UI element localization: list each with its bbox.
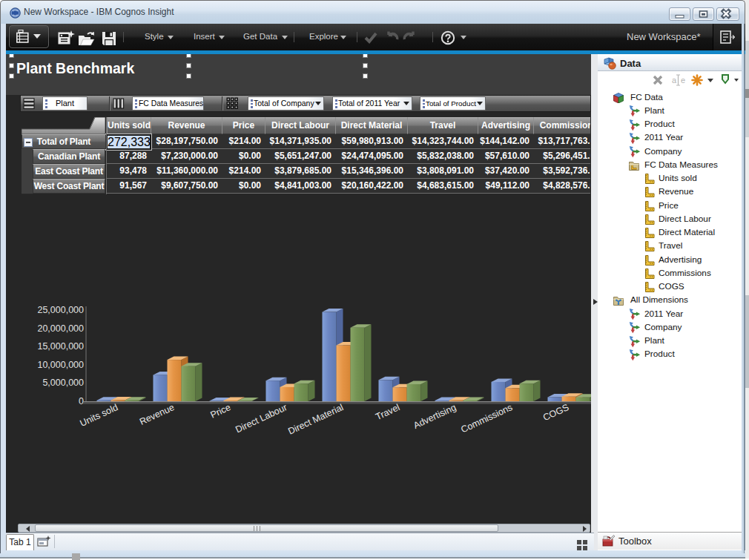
svg-text:a: a — [672, 76, 677, 85]
svg-text:0: 0 — [79, 396, 84, 406]
svg-text:10,000,000: 10,000,000 — [37, 360, 84, 370]
svg-text:15,000,000: 15,000,000 — [37, 341, 84, 352]
svg-text:25,000,000: 25,000,000 — [37, 305, 84, 315]
svg-text:Price: Price — [209, 402, 233, 421]
svg-text:COGS: COGS — [541, 402, 570, 423]
svg-text:Direct Labour: Direct Labour — [234, 402, 288, 435]
svg-text:Travel: Travel — [374, 402, 401, 422]
svg-text:5,000,000: 5,000,000 — [42, 378, 84, 388]
svg-text:Revenue: Revenue — [138, 402, 176, 427]
svg-text:20,000,000: 20,000,000 — [37, 323, 84, 334]
svg-text:Direct Material: Direct Material — [286, 402, 345, 437]
svg-text:Advertising: Advertising — [412, 402, 458, 431]
svg-text:Commissions: Commissions — [459, 402, 514, 435]
svg-text:Units sold: Units sold — [79, 402, 120, 429]
svg-text:e: e — [681, 76, 685, 85]
